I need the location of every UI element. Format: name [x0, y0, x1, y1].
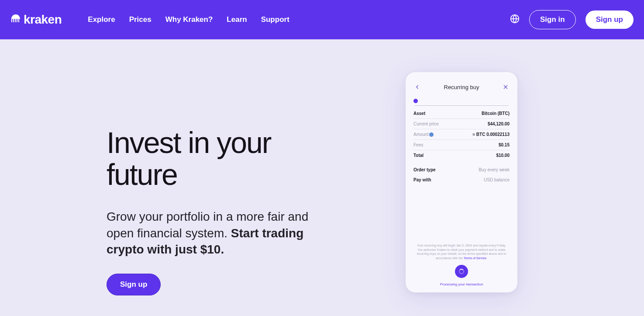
logo[interactable]: kraken [10, 13, 62, 27]
kraken-logo-icon [10, 13, 21, 27]
hero-section: Invest in your future Grow your portfoli… [0, 39, 644, 295]
order-type-label: Order type [413, 167, 436, 172]
hero-signup-button[interactable]: Sign up [107, 274, 161, 295]
row-price: Current price $44,120.00 [413, 119, 510, 129]
disclaimer-text: Your recurring buy will begin Jan 5, 202… [413, 243, 510, 265]
signup-button[interactable]: Sign up [585, 10, 634, 29]
logo-text: kraken [24, 13, 62, 27]
price-value: $44,120.00 [488, 122, 510, 126]
disclaimer-line1: Your recurring buy will begin Jan 5, 202… [414, 243, 509, 248]
terms-link[interactable]: Terms of Service [464, 257, 486, 260]
row-fees: Fees $0.15 [413, 140, 510, 150]
phone-card: Recurring buy Asset Bitcoin (BTC) Curren… [406, 72, 517, 292]
nav-prices[interactable]: Prices [129, 15, 152, 24]
close-icon[interactable] [503, 83, 508, 90]
info-icon[interactable] [429, 132, 434, 137]
hero-content: Invest in your future Grow your portfoli… [0, 79, 332, 295]
pay-with-value: USD balance [484, 177, 510, 182]
price-label: Current price [413, 122, 439, 126]
fees-label: Fees [413, 142, 423, 147]
site-header: kraken Explore Prices Why Kraken? Learn … [0, 0, 644, 39]
spinner-icon [459, 269, 464, 274]
phone-title: Recurring buy [444, 84, 479, 90]
row-pay-with: Pay with USD balance [413, 175, 510, 185]
row-total: Total $10.00 [413, 150, 510, 160]
row-amount: Amount ≈ BTC 0.00022113 [413, 129, 510, 140]
signin-button[interactable]: Sign in [529, 10, 576, 29]
processing-button[interactable] [455, 265, 468, 278]
back-icon[interactable] [415, 83, 420, 90]
phone-header: Recurring buy [413, 80, 510, 97]
bitcoin-icon [413, 99, 418, 103]
total-value: $10.00 [496, 153, 510, 158]
fees-value: $0.15 [499, 142, 510, 147]
asset-label: Asset [413, 111, 425, 116]
disclaimer-line2: You authorize Kraken to debit your payme… [414, 248, 509, 260]
row-asset: Asset Bitcoin (BTC) [413, 108, 510, 119]
order-type-value: Buy every week [479, 167, 510, 172]
asset-value: Bitcoin (BTC) [482, 111, 510, 116]
main-nav: Explore Prices Why Kraken? Learn Support [88, 15, 289, 24]
total-label: Total [413, 153, 424, 158]
amount-value: ≈ BTC 0.00022113 [473, 132, 510, 137]
globe-icon[interactable] [510, 14, 520, 25]
header-actions: Sign in Sign up [510, 10, 634, 29]
hero-subtitle: Grow your portfolio in a more fair and o… [107, 208, 325, 258]
hero-title: Invest in your future [107, 127, 332, 191]
phone-rows: Asset Bitcoin (BTC) Current price $44,12… [413, 97, 510, 185]
pay-with-label: Pay with [413, 177, 431, 182]
processing-label: Processing your transaction [413, 282, 510, 286]
nav-explore[interactable]: Explore [88, 15, 115, 24]
nav-learn[interactable]: Learn [227, 15, 247, 24]
nav-why-kraken[interactable]: Why Kraken? [165, 15, 213, 24]
phone-preview: Recurring buy Asset Bitcoin (BTC) Curren… [406, 72, 517, 292]
row-order-type: Order type Buy every week [413, 165, 510, 175]
amount-label: Amount [413, 132, 434, 137]
nav-support[interactable]: Support [261, 15, 289, 24]
